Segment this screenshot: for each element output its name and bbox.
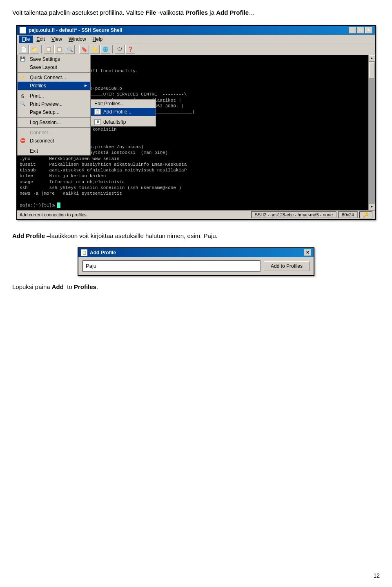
submenu-defaultsftp[interactable]: 🖥 defaultsftp: [91, 118, 156, 126]
menu-disconnect[interactable]: ⛔ Disconnect: [18, 137, 90, 145]
profiles-sep: [91, 117, 156, 117]
titlebar-buttons: _ □ ✕: [349, 27, 372, 33]
submenu-add-profile[interactable]: 📋 Add Profile...: [91, 108, 156, 116]
menu-edit[interactable]: Edit: [33, 36, 48, 43]
menu-print-preview[interactable]: 🔍 Print Preview...: [18, 100, 90, 108]
profiles-submenu: Edit Profiles... 📋 Add Profile... 🖥 defa…: [91, 99, 156, 127]
menu-file[interactable]: File: [19, 36, 33, 43]
titlebar-left: 🖥 paju.oulu.fi - default* - SSH Secure S…: [20, 27, 122, 33]
toolbar-btn5[interactable]: ⭐: [90, 45, 100, 54]
maximize-button[interactable]: □: [357, 27, 364, 33]
menu-save-layout[interactable]: Save Layout: [18, 63, 90, 71]
toolbar-open[interactable]: 📁: [29, 45, 39, 54]
ssh-statusbar: Add current connection to profiles SSH2 …: [17, 210, 375, 219]
term-line-20: tissub aamL-atsukseK ofniuluatakia noith…: [20, 167, 366, 173]
menubar: File Edit View Window Help: [17, 35, 375, 44]
term-line-26: paju:(~){51}%: [20, 202, 366, 208]
dialog-body: Add to Profiles: [78, 257, 314, 275]
ssh-window: 🖥 paju.oulu.fi - default* - SSH Secure S…: [16, 25, 376, 220]
toolbar-copy[interactable]: 📋: [44, 45, 53, 54]
scrollbar-track: [369, 62, 375, 204]
menu-help[interactable]: Help: [89, 36, 106, 43]
toolbar-sep3: [112, 45, 113, 53]
toolbar-sep1: [41, 45, 42, 53]
dialog-titlebar-left: 📋 Add Profile: [81, 249, 116, 256]
terminal-cursor: [57, 202, 60, 208]
ssh-body: T I include PKI and PKCS #11 functionali…: [17, 55, 375, 210]
toolbar: 📄 📁 📋 📋 🔍 🔖 ⭐ 🌐 🛡 ❓: [17, 44, 375, 55]
term-line-19: bussit Paikallisen bussiyhtion aikataulu…: [20, 162, 366, 167]
menu-view[interactable]: View: [48, 36, 65, 43]
disconnect-icon: ⛔: [20, 138, 26, 143]
page-number: 12: [373, 572, 380, 579]
submenu-edit-profiles[interactable]: Edit Profiles...: [91, 100, 156, 108]
dialog-close-button[interactable]: ✕: [304, 249, 311, 256]
toolbar-new[interactable]: 📄: [19, 45, 29, 54]
menu-page-setup[interactable]: Page Setup...: [18, 108, 90, 116]
menu-connect: Connect...: [18, 129, 90, 137]
term-line-21: bileet Nimi jo kertoo kaiken: [20, 173, 366, 179]
menu-log-session[interactable]: Log Session...: [18, 118, 90, 127]
statusbar-right: SSH2 - aes128-cbc - hmac-md5 - none 80x2…: [251, 211, 372, 218]
menu-quick-connect[interactable]: ⚡ Quick Connect...: [18, 73, 90, 82]
add-profile-section: Add Profile –laatikkoon voit kirjoittaa …: [12, 232, 380, 239]
add-profile-dialog: 📋 Add Profile ✕ Add to Profiles: [78, 247, 314, 276]
intro-paragraph: Voit tallentaa palvelin-asetukset profii…: [12, 8, 380, 18]
status-icon-section: 🔑: [359, 211, 372, 218]
dialog-titlebar: 📋 Add Profile ✕: [78, 248, 314, 257]
toolbar-btn6[interactable]: 🌐: [100, 45, 110, 54]
file-sep-5: [18, 146, 90, 146]
toolbar-sep2: [77, 45, 77, 53]
dialog-title: Add Profile: [90, 250, 116, 256]
menu-save-settings[interactable]: 💾 Save Settings: [18, 55, 90, 63]
toolbar-btn3[interactable]: 🔍: [65, 45, 75, 54]
file-dropdown-menu: 💾 Save Settings Save Layout ⚡ Quick Conn…: [17, 55, 91, 156]
file-sep-3: [18, 117, 90, 118]
term-line-24: news -a |more Kaikki systeemiviestit: [20, 191, 366, 196]
menu-profiles[interactable]: Profiles ▶: [18, 82, 90, 90]
intro-text-1: Voit tallentaa palvelin-asetukset profii…: [12, 9, 255, 16]
menu-window[interactable]: Window: [65, 36, 89, 43]
dialog-app-icon: 📋: [81, 249, 87, 256]
add-profile-description: Add Profile –laatikkoon voit kirjoittaa …: [12, 232, 380, 239]
ssh-titlebar: 🖥 paju.oulu.fi - default* - SSH Secure S…: [17, 26, 375, 35]
file-sep-4: [18, 127, 90, 128]
menu-print[interactable]: 🖨 Print...: [18, 92, 90, 100]
quick-connect-icon: ⚡: [20, 75, 26, 80]
scrollbar-up[interactable]: ▲: [369, 55, 375, 62]
scrollbar[interactable]: ▲ ▼: [368, 55, 375, 210]
minimize-button[interactable]: _: [349, 27, 356, 33]
scrollbar-down[interactable]: ▼: [369, 204, 375, 210]
file-sep-1: [18, 72, 90, 73]
toolbar-paste[interactable]: 📋: [54, 45, 64, 54]
status-encryption: SSH2 - aes128-cbc - hmac-md5 - none: [251, 211, 336, 218]
add-to-profiles-button[interactable]: Add to Profiles: [264, 261, 310, 271]
window-title: paju.oulu.fi - default* - SSH Secure She…: [29, 27, 122, 33]
file-sep-2: [18, 91, 90, 91]
toolbar-btn4[interactable]: 🔖: [79, 45, 89, 54]
term-line-18: lynx Merkkipohjainen www-selain: [20, 156, 366, 162]
close-button[interactable]: ✕: [365, 27, 372, 33]
term-line-22: usage Informaatiota ohjelmistoista: [20, 179, 366, 185]
profiles-arrow-icon: ▶: [85, 84, 87, 87]
bottom-paragraph: Lopuksi paina Add to Profiles.: [12, 282, 380, 292]
defaultsftp-icon: 🖥: [94, 119, 101, 125]
profile-name-input[interactable]: [82, 260, 261, 272]
term-line-23: ssh ssh-yhteys toisiin koneisiin (ssh us…: [20, 185, 366, 191]
toolbar-btn7[interactable]: 🛡: [115, 45, 125, 54]
statusbar-text: Add current connection to profiles: [20, 212, 87, 217]
menu-exit[interactable]: Exit: [18, 147, 90, 155]
term-line-25: [20, 197, 366, 202]
scrollbar-thumb[interactable]: [369, 62, 375, 78]
print-preview-icon: 🔍: [20, 101, 26, 107]
add-profile-icon: 📋: [94, 109, 101, 115]
status-dimensions: 80x24: [338, 211, 358, 218]
save-settings-icon: 💾: [20, 56, 26, 62]
toolbar-help[interactable]: ❓: [125, 45, 135, 54]
app-icon: 🖥: [20, 27, 26, 33]
print-icon: 🖨: [20, 93, 24, 98]
